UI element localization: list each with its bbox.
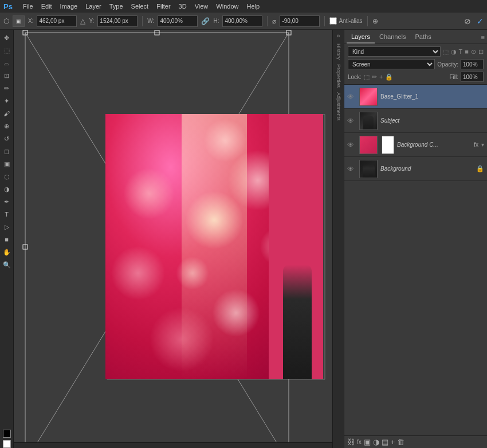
add-fx-btn[interactable]: fx: [357, 439, 362, 445]
adj-icon[interactable]: ◑: [451, 48, 457, 56]
add-group-btn[interactable]: ▤: [382, 438, 388, 446]
selection-tool[interactable]: ⬚: [1, 45, 13, 56]
h-label: H:: [213, 18, 219, 24]
top-toolbar: ⬡ ▣ X: △ Y: W: 🔗 H: ⌀ Anti-alias ⊕ ⊘ ✓: [0, 13, 487, 30]
panel-menu-icon[interactable]: ≡: [481, 34, 485, 41]
blur-tool[interactable]: ◌: [1, 171, 13, 182]
kind-row: Kind ⬚ ◑ T ■ ⊙ ⊡: [348, 46, 484, 57]
canvas-area[interactable]: [14, 30, 332, 442]
heal-tool[interactable]: ✦: [1, 95, 13, 107]
menu-edit[interactable]: Edit: [41, 3, 52, 10]
menu-layer[interactable]: Layer: [85, 3, 101, 10]
rotation-input[interactable]: [280, 15, 320, 27]
layer-controls: Kind ⬚ ◑ T ■ ⊙ ⊡ Screen Normal Multiply …: [344, 44, 487, 85]
layer-fx-arrow-2: ▾: [481, 142, 484, 148]
layer-visibility-1[interactable]: 👁: [347, 117, 356, 125]
type-tool[interactable]: T: [1, 209, 13, 220]
center-light: [182, 114, 247, 379]
pixel-icon[interactable]: ⬚: [443, 48, 449, 56]
menu-window[interactable]: Window: [216, 3, 238, 10]
menu-view[interactable]: View: [195, 3, 209, 10]
confirm-transform-icon[interactable]: ✓: [477, 17, 484, 26]
foreground-color[interactable]: [3, 430, 11, 438]
lock-position-icon[interactable]: ✏: [372, 73, 377, 81]
crop-tool[interactable]: ⊡: [1, 70, 13, 81]
svg-rect-4: [286, 30, 291, 35]
lasso-tool[interactable]: ⌓: [1, 57, 13, 69]
stamp-tool[interactable]: ⊕: [1, 120, 13, 132]
opacity-input[interactable]: [461, 59, 484, 69]
x-label: X:: [28, 18, 33, 24]
lock-pixels-icon[interactable]: ⬚: [364, 73, 370, 81]
horizontal-scrollbar[interactable]: [14, 442, 332, 448]
history-panel-btn[interactable]: History: [336, 44, 341, 60]
x-input[interactable]: [37, 15, 77, 27]
warp-icon[interactable]: ⊕: [372, 17, 378, 25]
cancel-transform-icon[interactable]: ⊘: [464, 17, 471, 26]
lock-artboard-icon[interactable]: +: [379, 73, 383, 80]
layer-lock-3: 🔒: [476, 165, 484, 172]
collapse-panels-icon[interactable]: »: [336, 32, 340, 39]
h-input[interactable]: [222, 15, 262, 27]
shape-icon[interactable]: ■: [465, 48, 469, 55]
menu-filter[interactable]: Filter: [156, 3, 170, 10]
tab-paths[interactable]: Paths: [411, 31, 436, 44]
main-area: ✥ ⬚ ⌓ ⊡ ✏ ✦ 🖌 ⊕ ↺ ◻ ▣ ◌ ◑ ✒ T ▷ ■ ✋ 🔍: [0, 30, 487, 448]
history-tool[interactable]: ↺: [1, 133, 13, 144]
layer-thumb-0: [359, 88, 378, 106]
fill-input[interactable]: [461, 72, 484, 82]
brush-tool[interactable]: 🖌: [1, 108, 13, 119]
properties-panel-btn[interactable]: Properties: [336, 64, 341, 88]
layer-fx-2: fx: [474, 142, 478, 148]
menu-select[interactable]: Select: [131, 3, 149, 10]
y-input[interactable]: [97, 15, 138, 27]
layer-thumb-2: [359, 136, 378, 154]
artboard-icon[interactable]: ⊡: [478, 48, 484, 56]
path-tool[interactable]: ▷: [1, 221, 13, 233]
menu-image[interactable]: Image: [60, 3, 78, 10]
type-icon[interactable]: T: [459, 48, 463, 55]
link-icon[interactable]: 🔗: [201, 17, 210, 25]
transform-mode-btn[interactable]: ▣: [13, 15, 25, 27]
antialias-checkbox[interactable]: [329, 17, 337, 25]
w-input[interactable]: [158, 15, 198, 27]
layer-name-0: Base_Glitter_1: [380, 93, 484, 100]
kind-select[interactable]: Kind: [348, 46, 441, 57]
menu-type[interactable]: Type: [109, 3, 123, 10]
move-tool[interactable]: ✥: [1, 32, 13, 44]
blend-mode-select[interactable]: Screen Normal Multiply Overlay: [348, 59, 435, 69]
lock-label: Lock:: [348, 74, 362, 80]
layer-item-subject[interactable]: 👁 Subject: [344, 109, 487, 133]
layer-item-base-glitter[interactable]: 👁 Base_Glitter_1: [344, 85, 487, 109]
smart-icon[interactable]: ⊙: [471, 48, 476, 56]
adjustments-panel-btn[interactable]: Adjustments: [336, 92, 341, 121]
tab-channels[interactable]: Channels: [375, 31, 410, 44]
hand-tool[interactable]: ✋: [1, 246, 13, 258]
layer-item-bg-color[interactable]: 👁 Background C... fx ▾: [344, 133, 487, 157]
eraser-tool[interactable]: ◻: [1, 146, 13, 157]
layer-visibility-3[interactable]: 👁: [347, 165, 356, 173]
eyedropper-tool[interactable]: ✏: [1, 82, 13, 94]
layer-item-background[interactable]: 👁 Background 🔒: [344, 157, 487, 181]
layer-visibility-2[interactable]: 👁: [347, 141, 356, 149]
blend-mode-row: Screen Normal Multiply Overlay Opacity:: [348, 59, 484, 69]
canvas-area-wrapper: [14, 30, 332, 448]
tab-layers[interactable]: Layers: [347, 31, 375, 44]
zoom-tool[interactable]: 🔍: [1, 259, 13, 270]
layer-mask-2: [382, 136, 394, 154]
background-color[interactable]: [3, 440, 11, 448]
dodge-tool[interactable]: ◑: [1, 183, 13, 195]
pen-tool[interactable]: ✒: [1, 196, 13, 207]
menu-3d[interactable]: 3D: [179, 3, 187, 10]
link-layers-btn[interactable]: ⛓: [347, 438, 355, 446]
menu-help[interactable]: Help: [246, 3, 260, 10]
layer-visibility-0[interactable]: 👁: [347, 93, 356, 101]
shape-tool[interactable]: ■: [1, 234, 13, 245]
add-mask-btn[interactable]: ▣: [364, 438, 371, 446]
delete-layer-btn[interactable]: 🗑: [397, 438, 404, 446]
new-layer-btn[interactable]: +: [391, 438, 395, 446]
gradient-tool[interactable]: ▣: [1, 158, 13, 170]
add-adjustment-btn[interactable]: ◑: [373, 438, 379, 446]
menu-file[interactable]: File: [23, 3, 33, 10]
lock-all-icon[interactable]: 🔒: [385, 73, 393, 81]
